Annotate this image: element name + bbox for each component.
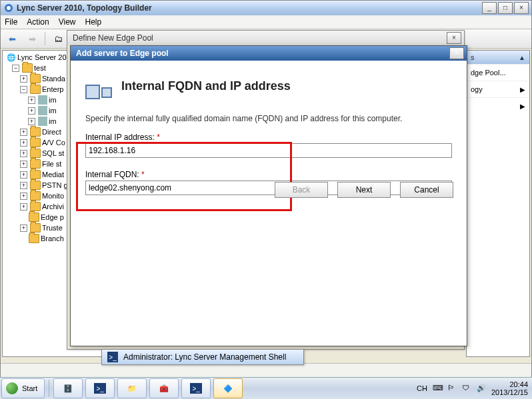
tree-item[interactable]: Standa: [42, 75, 65, 83]
expander-icon[interactable]: +: [20, 182, 27, 189]
management-shell-window[interactable]: >_ Administrator: Lync Server Management…: [101, 349, 304, 365]
cancel-button[interactable]: Cancel: [400, 182, 453, 198]
task-mmc[interactable]: 🧰: [149, 378, 179, 398]
expander-icon[interactable]: +: [28, 107, 35, 115]
action-text: [471, 102, 473, 110]
server-icon: [38, 117, 47, 126]
action-text: dge Pool...: [471, 69, 506, 77]
clock[interactable]: 20:44 2013/12/15: [491, 380, 528, 396]
tree-item[interactable]: im: [49, 107, 57, 115]
powershell-icon: >_: [190, 383, 202, 394]
toolbar-sep: [45, 32, 45, 45]
task-topology-builder[interactable]: 🔷: [213, 378, 243, 398]
expander-icon[interactable]: +: [20, 161, 27, 168]
mmc-icon: 🧰: [159, 384, 169, 393]
nav-fwd-button[interactable]: ➡: [23, 31, 41, 47]
tree-item[interactable]: PSTN g: [42, 181, 68, 189]
dialog-title: Define New Edge Pool: [70, 33, 447, 43]
toolbar-action1[interactable]: 🗂: [49, 31, 67, 47]
expander-icon[interactable]: +: [20, 224, 27, 232]
next-button[interactable]: Next: [337, 182, 391, 198]
ip-label: Internal IP address: *: [85, 133, 452, 142]
folder-icon: [29, 212, 39, 222]
task-lync-shell[interactable]: >_: [181, 378, 211, 398]
clock-time: 20:44: [491, 380, 528, 388]
volume-icon[interactable]: 🔊: [477, 384, 486, 393]
task-powershell[interactable]: >_: [85, 378, 115, 398]
menu-view[interactable]: View: [59, 17, 76, 27]
dialog-titlebar[interactable]: Define New Edge Pool ×: [67, 31, 464, 45]
tree-item[interactable]: Branch: [41, 234, 64, 242]
action-link[interactable]: dge Pool...: [467, 64, 529, 81]
expander-icon[interactable]: +: [20, 139, 27, 147]
tree-item[interactable]: Mediat: [42, 171, 64, 179]
topology-icon: 🔷: [223, 384, 233, 393]
server-icon: [38, 106, 47, 115]
close-button[interactable]: ×: [449, 47, 464, 59]
nav-back-button[interactable]: ⬅: [3, 31, 21, 47]
expander-icon[interactable]: +: [28, 118, 35, 125]
computer-icon: [85, 73, 112, 99]
close-button[interactable]: ×: [447, 32, 461, 44]
folder-icon: [30, 138, 41, 147]
clock-date: 2013/12/15: [491, 388, 528, 396]
menu-action[interactable]: Action: [27, 17, 49, 27]
dialog-heading: Internal FQDN and IP address: [121, 79, 291, 93]
minimize-button[interactable]: _: [482, 2, 497, 14]
management-shell-title: Administrator: Lync Server Management Sh…: [121, 352, 301, 362]
folder-icon: [30, 85, 41, 94]
tree-item[interactable]: Archivi: [42, 202, 64, 210]
action-link[interactable]: ▶: [467, 97, 529, 114]
task-server-manager[interactable]: 🗄️: [53, 378, 83, 398]
action-link[interactable]: ogy ▶: [467, 81, 529, 97]
server-manager-icon: 🗄️: [63, 384, 73, 393]
menu-file[interactable]: File: [5, 17, 17, 27]
expander-icon[interactable]: +: [20, 193, 27, 200]
start-button[interactable]: Start: [1, 378, 45, 398]
folder-icon: [30, 191, 41, 200]
expander-icon[interactable]: +: [20, 150, 27, 157]
expander-icon[interactable]: +: [20, 203, 27, 210]
tree-item[interactable]: Edge p: [41, 213, 64, 221]
tree-site[interactable]: test: [34, 64, 46, 72]
tree-item[interactable]: Monito: [42, 192, 64, 200]
main-window-titlebar[interactable]: Lync Server 2010, Topology Builder _ □ ×: [1, 1, 531, 15]
expander-icon[interactable]: +: [20, 129, 27, 136]
tree-item[interactable]: im: [49, 117, 57, 125]
dialog-titlebar[interactable]: Add server to Edge pool ×: [71, 46, 467, 61]
menu-help[interactable]: Help: [85, 17, 102, 27]
tree-item[interactable]: im: [49, 96, 57, 104]
tree-item[interactable]: Truste: [42, 224, 63, 232]
app-icon: [3, 3, 14, 13]
expander-icon[interactable]: +: [20, 171, 27, 179]
internal-ip-input[interactable]: [85, 143, 452, 158]
globe-icon: 🌐: [7, 53, 16, 62]
expander-icon[interactable]: −: [12, 65, 19, 72]
app-title: Lync Server 2010, Topology Builder: [14, 3, 482, 13]
tree-item[interactable]: A/V Co: [42, 139, 65, 147]
expander-icon[interactable]: +: [20, 75, 27, 83]
maximize-button[interactable]: □: [498, 2, 513, 14]
tree-item[interactable]: Enterp: [42, 85, 63, 93]
required-indicator: *: [157, 133, 160, 142]
folder-icon: [30, 223, 41, 232]
tree-root[interactable]: Lync Server 20: [17, 53, 67, 61]
powershell-icon: >_: [94, 383, 106, 394]
language-indicator[interactable]: CH: [417, 384, 427, 392]
tree-item[interactable]: File st: [42, 160, 61, 168]
actions-header[interactable]: s ▲: [467, 51, 529, 64]
menubar: File Action View Help: [1, 15, 531, 29]
close-button[interactable]: ×: [514, 2, 529, 14]
expander-icon[interactable]: −: [20, 86, 27, 93]
expander-icon[interactable]: +: [28, 97, 35, 104]
taskbar: Start 🗄️ >_ 📁 🧰 >_ 🔷 CH ⌨ 🏳 🛡 🔊 20:44 20…: [0, 377, 532, 399]
fqdn-label: Internal FQDN: *: [85, 170, 452, 179]
keyboard-icon[interactable]: ⌨: [433, 384, 442, 393]
folder-icon: [30, 202, 41, 211]
tree-item[interactable]: Direct: [42, 128, 61, 136]
back-button[interactable]: Back: [275, 182, 328, 198]
tree-item[interactable]: SQL st: [42, 149, 64, 157]
security-icon[interactable]: 🛡: [462, 384, 471, 393]
flag-icon[interactable]: 🏳: [447, 384, 457, 393]
task-explorer[interactable]: 📁: [117, 378, 147, 398]
